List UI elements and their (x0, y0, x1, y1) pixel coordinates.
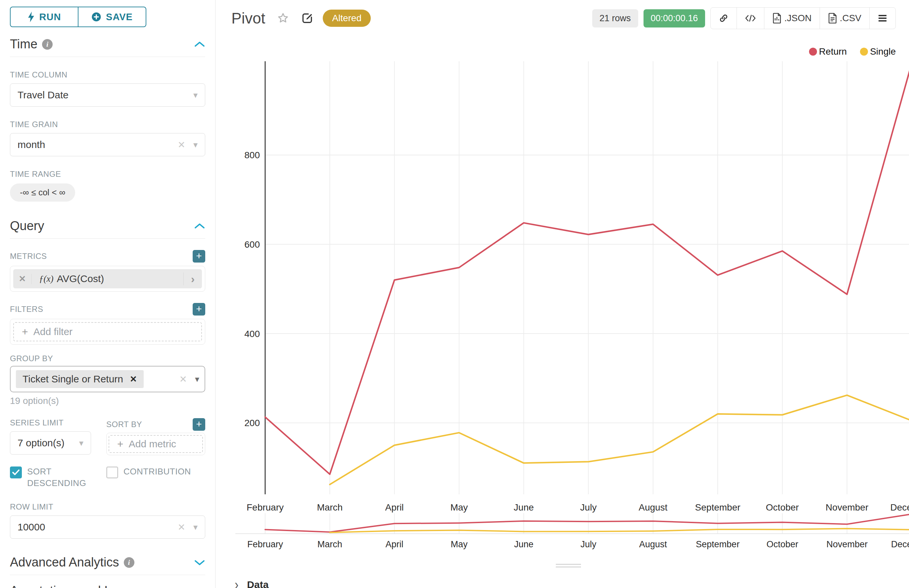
time-section-header[interactable]: Time i (10, 37, 205, 57)
data-section-toggle[interactable]: › Data (235, 578, 268, 588)
series-limit-label: SERIES LIMIT (10, 418, 91, 427)
save-button[interactable]: SAVE (78, 7, 146, 26)
svg-text:February: February (247, 540, 283, 549)
sort-descending-label: SORT DESCENDING (27, 466, 106, 489)
caret-down-icon: ▾ (193, 90, 198, 100)
contribution-checkbox[interactable] (106, 467, 118, 478)
add-filter-plus-button[interactable]: + (193, 303, 205, 315)
plus-icon: + (117, 438, 123, 450)
time-column-label: TIME COLUMN (10, 70, 205, 79)
contribution-label: CONTRIBUTION (123, 466, 191, 489)
remove-metric-icon[interactable]: ✕ (13, 274, 32, 284)
svg-text:200: 200 (244, 418, 260, 428)
annotations-title: Annotations and Layers (10, 584, 142, 588)
advanced-analytics-section-header[interactable]: Advanced Analytics i (10, 555, 205, 575)
advanced-analytics-title: Advanced Analytics (10, 555, 119, 569)
add-filter-button[interactable]: + Add filter (13, 322, 202, 341)
explore-view: RUN SAVE Time i TIME COLUMN Travel Date … (0, 0, 909, 588)
info-icon: i (42, 39, 53, 50)
group-by-tag-label: Ticket Single or Return (23, 373, 123, 385)
sort-by-label: SORT BY (106, 420, 142, 429)
row-limit-value: 10000 (18, 522, 178, 533)
chevron-right-icon[interactable]: › (183, 273, 202, 285)
filters-label: FILTERS (10, 305, 43, 314)
svg-text:October: October (766, 502, 799, 512)
chevron-up-icon[interactable] (194, 41, 205, 48)
svg-text:April: April (385, 502, 404, 512)
svg-text:September: September (695, 502, 741, 512)
data-section-label: Data (247, 579, 268, 588)
svg-text:August: August (639, 502, 667, 512)
control-panel-sidebar: RUN SAVE Time i TIME COLUMN Travel Date … (0, 0, 215, 588)
sort-descending-checkbox[interactable] (10, 467, 22, 478)
save-button-label: SAVE (106, 11, 133, 23)
group-by-options-hint: 19 option(s) (10, 396, 205, 406)
lightning-icon (27, 11, 35, 22)
chart-canvas[interactable]: 200400600800FebruaryMarchAprilMayJuneJul… (215, 0, 909, 588)
function-icon: ƒ(x) (39, 274, 53, 284)
panel-resize-handle[interactable] (556, 562, 581, 569)
add-sort-metric-button[interactable]: + Add metric (108, 435, 203, 453)
contribution-control[interactable]: CONTRIBUTION (106, 466, 191, 489)
chevron-up-icon[interactable] (194, 223, 205, 230)
plus-circle-icon (91, 12, 101, 22)
plus-icon: + (22, 326, 28, 338)
caret-down-icon: ▾ (193, 140, 198, 150)
chevron-right-icon: › (235, 577, 238, 588)
svg-text:February: February (247, 502, 284, 512)
caret-down-icon: ▾ (195, 374, 199, 384)
time-range-label: TIME RANGE (10, 170, 205, 179)
row-limit-select[interactable]: 10000 ✕ ▾ (10, 515, 205, 539)
add-metric-plus-button[interactable]: + (193, 250, 205, 263)
chevron-down-icon[interactable] (194, 559, 205, 566)
info-icon: i (124, 557, 134, 568)
time-column-select[interactable]: Travel Date ▾ (10, 84, 205, 107)
run-save-button-group: RUN SAVE (10, 6, 146, 27)
add-metric-label: Add metric (129, 438, 176, 450)
svg-text:March: March (318, 540, 342, 549)
group-by-select[interactable]: Ticket Single or Return ✕ ✕ ▾ (10, 366, 205, 393)
svg-text:July: July (580, 502, 597, 512)
time-grain-select[interactable]: month ✕ ▾ (10, 133, 205, 156)
add-sort-metric-plus-button[interactable]: + (193, 418, 205, 431)
svg-text:400: 400 (244, 329, 260, 339)
filters-control: + Add filter (10, 319, 205, 345)
run-button-label: RUN (39, 11, 61, 23)
time-grain-label: TIME GRAIN (10, 120, 205, 129)
check-icon (12, 469, 20, 476)
run-button[interactable]: RUN (11, 7, 78, 26)
clear-icon[interactable]: ✕ (179, 374, 187, 385)
annotations-section-header[interactable]: Annotations and Layers (10, 584, 205, 588)
svg-text:December: December (891, 540, 909, 549)
svg-text:June: June (514, 502, 534, 512)
time-range-value[interactable]: -∞ ≤ col < ∞ (10, 183, 75, 202)
clear-icon[interactable]: ✕ (178, 139, 185, 150)
group-by-tag: Ticket Single or Return ✕ (16, 370, 144, 388)
metrics-control: ✕ ƒ(x) AVG(Cost) › (10, 266, 205, 292)
svg-text:April: April (386, 540, 404, 549)
remove-tag-icon[interactable]: ✕ (130, 374, 137, 384)
query-section-header[interactable]: Query (10, 219, 205, 239)
time-section-title: Time (10, 37, 37, 51)
svg-text:May: May (450, 502, 468, 512)
row-limit-label: ROW LIMIT (10, 502, 205, 512)
svg-text:600: 600 (244, 239, 260, 250)
svg-text:July: July (580, 540, 596, 549)
svg-text:October: October (766, 540, 798, 549)
series-limit-value: 7 option(s) (18, 437, 79, 449)
add-filter-label: Add filter (34, 326, 73, 338)
time-column-value: Travel Date (18, 89, 193, 101)
time-grain-value: month (18, 139, 178, 150)
sort-by-control: + Add metric (106, 433, 205, 455)
clear-icon[interactable]: ✕ (178, 522, 185, 533)
caret-down-icon: ▾ (193, 522, 198, 532)
series-limit-select[interactable]: 7 option(s) ▾ (10, 431, 91, 455)
chart-panel: Pivot Altered 21 rows 00:00:00.16 (215, 0, 909, 588)
metrics-label: METRICS (10, 252, 47, 261)
svg-text:March: March (317, 502, 342, 512)
sort-descending-control[interactable]: SORT DESCENDING (10, 466, 106, 489)
svg-text:September: September (696, 540, 739, 549)
line-chart[interactable]: 200400600800FebruaryMarchAprilMayJuneJul… (215, 0, 909, 588)
metric-pill[interactable]: ✕ ƒ(x) AVG(Cost) › (13, 269, 202, 288)
svg-text:800: 800 (244, 150, 260, 160)
